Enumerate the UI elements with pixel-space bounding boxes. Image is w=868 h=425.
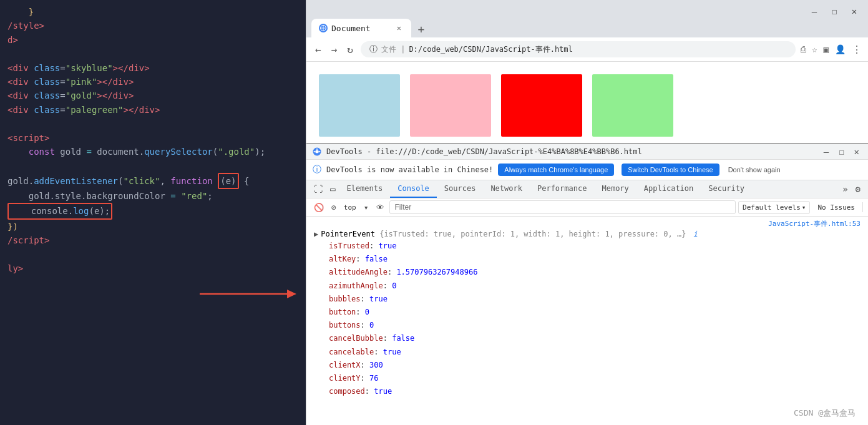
prop-clientY: clientY: 76: [306, 372, 868, 385]
pink-box[interactable]: [410, 74, 491, 137]
code-line-13: gold.addEventListener("click", function …: [7, 173, 298, 189]
tab-elements[interactable]: Elements: [339, 180, 390, 198]
gold-box-clicked[interactable]: [501, 74, 582, 137]
back-button[interactable]: ←: [313, 42, 324, 57]
prop-buttons: buttons: 0: [306, 319, 868, 332]
switch-chinese-btn[interactable]: Switch DevTools to Chinese: [622, 164, 719, 176]
svg-point-6: [316, 150, 319, 154]
close-btn[interactable]: ✕: [851, 7, 858, 15]
bookmark-icon[interactable]: ☆: [812, 44, 817, 54]
prop-button: button: 0: [306, 306, 868, 319]
code-line-14: gold.style.backgroundColor = "red";: [7, 189, 298, 203]
address-icons: ⎙ ☆ ▣ 👤 ⋮: [801, 44, 862, 56]
split-screen-icon[interactable]: ▣: [824, 44, 829, 54]
pointer-event-text: PointerEvent {isTrusted: true, pointerId…: [321, 230, 698, 238]
tab-network[interactable]: Network: [483, 180, 530, 198]
prop-cancelable: cancelable: true: [306, 346, 868, 359]
tab-performance[interactable]: Performance: [530, 180, 594, 198]
no-issues-indicator: No Issues: [812, 202, 860, 213]
minimize-btn[interactable]: —: [811, 7, 818, 15]
skyblue-box[interactable]: [319, 74, 400, 137]
menu-icon[interactable]: ⋮: [852, 44, 862, 56]
code-line-12: [7, 159, 298, 172]
prop-cancelBubble: cancelBubble: false: [306, 332, 868, 345]
top-label: top: [341, 203, 359, 212]
file-prefix: 文件 |: [381, 44, 405, 55]
tab-application[interactable]: Application: [636, 180, 701, 198]
filter-input[interactable]: [389, 200, 736, 214]
top-dropdown-icon[interactable]: ▾: [361, 202, 371, 213]
devtools-tabs: ⛶ ▭ Elements Console Sources Network Per…: [306, 180, 868, 198]
code-line-15: console.log(e);: [7, 203, 298, 219]
refresh-button[interactable]: ↻: [344, 42, 356, 57]
prop-azimuthAngle: azimuthAngle: 0: [306, 280, 868, 293]
pointer-event-entry[interactable]: ▶ PointerEvent {isTrusted: true, pointer…: [306, 228, 868, 240]
devtools-panel: DevTools - file:///D:/code_web/CSDN/Java…: [306, 143, 868, 425]
code-line-2: /style>: [7, 19, 298, 32]
code-line-9: [7, 117, 298, 130]
code-line-6: <div class="pink"></div>: [7, 75, 298, 89]
maximize-btn[interactable]: ☐: [831, 7, 838, 15]
tab-security[interactable]: Security: [701, 180, 752, 198]
browser-chrome: — ☐ ✕ Document ✕ +: [306, 0, 868, 37]
dont-show-again-btn[interactable]: Don't show again: [724, 164, 784, 176]
prop-altitudeAngle: altitudeAngle: 1.5707963267948966: [306, 266, 868, 279]
filter-icon[interactable]: ⊘: [329, 202, 339, 213]
devtools-title: DevTools - file:///D:/code_web/CSDN/Java…: [326, 147, 816, 156]
address-bar: ← → ↻ ⓘ 文件 | D:/code_web/CSDN/JavaScript…: [306, 37, 868, 62]
code-line-3: d>: [7, 33, 298, 47]
code-line-18: [7, 248, 298, 261]
console-output[interactable]: JavaScript-事件.html:53 ▶ PointerEvent {is…: [306, 217, 868, 425]
code-line-7: <div class="gold"></div>: [7, 89, 298, 102]
code-line-5: <div class="skyblue"></div>: [7, 61, 298, 75]
settings-gear-icon[interactable]: ⚙: [852, 180, 864, 198]
console-toolbar: 🚫 ⊘ top ▾ 👁 Default levels ▾ No Issues: [306, 198, 868, 217]
clear-console-btn[interactable]: 🚫: [311, 202, 326, 213]
share-icon[interactable]: ⎙: [801, 44, 806, 54]
device-icon[interactable]: ▭: [326, 180, 339, 198]
code-line-16: }): [7, 220, 298, 233]
tab-sources[interactable]: Sources: [437, 180, 484, 198]
toolbar-divider: [862, 202, 863, 212]
tab-console[interactable]: Console: [390, 180, 437, 198]
prop-composed: composed: true: [306, 385, 868, 398]
tab-memory[interactable]: Memory: [594, 180, 636, 198]
url-text: D:/code_web/CSDN/JavaScript-事件.html: [409, 44, 572, 55]
page-content: [306, 62, 868, 143]
devtools-info-bar: ⓘ DevTools is now available in Chinese! …: [306, 160, 868, 180]
secure-icon: ⓘ: [369, 44, 378, 55]
source-link[interactable]: JavaScript-事件.html:53: [306, 217, 868, 228]
devtools-maximize[interactable]: ☐: [836, 147, 846, 157]
expand-arrow-icon[interactable]: ▶: [314, 230, 318, 238]
prop-isTrusted: isTrusted: true: [306, 240, 868, 253]
tab-bar: Document ✕ +: [311, 19, 863, 37]
code-line-11: const gold = document.querySelector(".go…: [7, 145, 298, 159]
profile-icon[interactable]: 👤: [835, 44, 846, 54]
prop-altKey: altKey: false: [306, 253, 868, 266]
info-message: DevTools is now available in Chinese!: [326, 165, 493, 174]
inspect-icon[interactable]: ⛶: [310, 180, 326, 198]
palegreen-box[interactable]: [592, 74, 673, 137]
browser-tab[interactable]: Document ✕: [311, 19, 411, 37]
devtools-minimize[interactable]: —: [821, 147, 831, 157]
devtools-close[interactable]: ✕: [852, 147, 862, 157]
match-language-btn[interactable]: Always match Chrome's language: [498, 164, 614, 176]
code-line-17: /script>: [7, 233, 298, 247]
tab-title: Document: [331, 24, 371, 33]
default-levels-btn[interactable]: Default levels ▾: [738, 201, 810, 214]
forward-button[interactable]: →: [329, 42, 340, 57]
new-tab-btn[interactable]: +: [412, 20, 430, 37]
prop-bubbles: bubbles: true: [306, 293, 868, 306]
url-field[interactable]: ⓘ 文件 | D:/code_web/CSDN/JavaScript-事件.ht…: [361, 41, 796, 57]
tab-close-btn[interactable]: ✕: [394, 22, 404, 34]
devtools-titlebar: DevTools - file:///D:/code_web/CSDN/Java…: [306, 144, 868, 160]
tab-favicon: [319, 24, 328, 32]
more-tabs-btn[interactable]: »: [839, 180, 851, 198]
code-editor: } /style> d> <div class="skyblue"></div>…: [0, 0, 306, 425]
svg-marker-1: [287, 290, 296, 298]
devtools-favicon: [313, 147, 321, 156]
code-line-4: [7, 47, 298, 61]
code-line-8: <div class="palegreen"></div>: [7, 103, 298, 117]
red-arrow: [200, 285, 300, 303]
eye-icon[interactable]: 👁: [374, 202, 387, 213]
